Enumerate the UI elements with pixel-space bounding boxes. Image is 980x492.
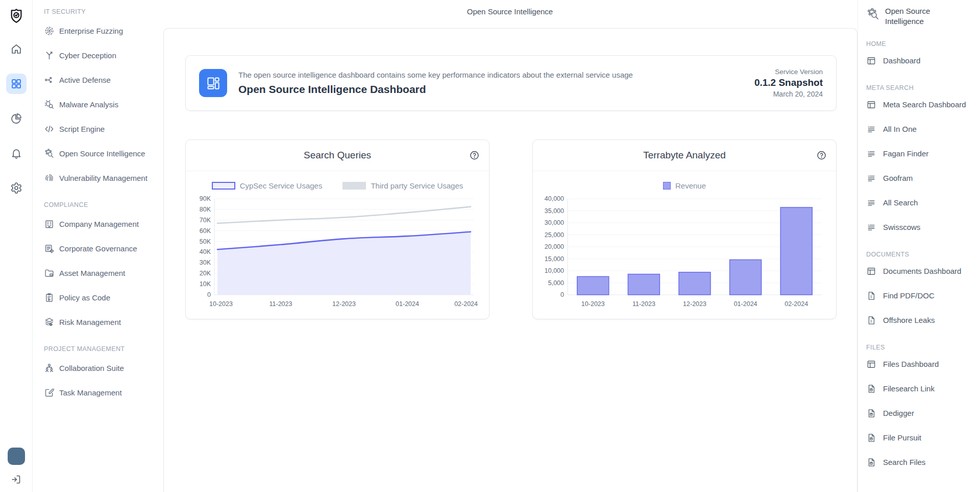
rs-item-label: Swisscows [883,223,920,231]
rs-section-title-home: HOME [866,40,976,48]
sidebar-item-asset-management[interactable]: Asset Management [44,261,157,285]
right-sidebar: Open Source Intelligence HOME Dashboard … [857,0,980,492]
sidebar-item-policy-as-code[interactable]: Policy as Code [44,285,157,310]
rs-section-title-documents: DOCUMENTS [866,251,976,258]
user-avatar[interactable] [8,448,25,465]
svg-text:12-2023: 12-2023 [332,300,356,308]
svg-text:50K: 50K [200,238,211,245]
app-logo-shield-check-icon[interactable] [8,7,25,25]
lines-icon [866,198,876,208]
rail-nav [6,39,27,213]
right-sidebar-title: Open Source Intelligence [885,6,946,27]
rs-item-label: Find PDF/DOC [883,291,935,300]
rs-item-files-dashboard[interactable]: Files Dashboard [866,352,976,377]
help-icon[interactable] [469,150,480,161]
rs-item-offshore-leaks[interactable]: Offshore Leaks [866,308,976,333]
rs-item-meta-search-dashboard[interactable]: Meta Search Dashboard [866,92,976,117]
section-title-compliance: COMPLIANCE [44,201,157,208]
osint-icon [44,148,55,159]
filebox-icon [866,384,876,394]
service-version-value: 0.1.2 Snapshot [754,77,823,88]
svg-text:0: 0 [560,291,564,298]
layers-icon [44,317,55,327]
page-title: Open Source Intelligence [162,7,857,19]
left-sidebar: IT SECURITY Enterprise Fuzzing Cyber Dec… [33,0,162,492]
rail-home[interactable] [6,39,27,59]
rs-item-label: File Pursuit [883,433,921,442]
svg-text:01-2024: 01-2024 [396,300,419,308]
terrabyte-analyzed-title: Terrabyte Analyzed [643,150,726,161]
sidebar-item-malware-analysis[interactable]: Malware Analysis [44,92,157,116]
filebox-icon [866,457,876,467]
sidebar-item-collaboration-suite[interactable]: Collaboration Suite [44,356,157,380]
legend-item-cypsec-service-usages[interactable]: CypSec Service Usages [212,181,323,190]
rail-settings[interactable] [6,178,27,198]
svg-text:20,000: 20,000 [545,243,564,250]
rs-item-file-pursuit[interactable]: File Pursuit [866,426,976,450]
sidebar-item-active-defense[interactable]: Active Defense [44,67,157,92]
rs-item-all-search[interactable]: All Search [866,191,976,215]
svg-text:40K: 40K [200,248,211,255]
svg-text:80K: 80K [200,206,211,213]
svg-text:25,000: 25,000 [545,231,564,239]
rs-item-all-in-one[interactable]: All In One [866,117,976,142]
sidebar-item-enterprise-fuzzing[interactable]: Enterprise Fuzzing [44,18,157,43]
sidebar-item-risk-management[interactable]: Risk Management [44,310,157,334]
rs-item-find-pdf-doc[interactable]: Find PDF/DOC [866,284,976,308]
rail-notifications[interactable] [6,143,27,163]
terrabyte-analyzed-card: Terrabyte Analyzed Revenue 05,00010,0001… [532,139,837,319]
bug-icon [44,99,55,110]
svg-text:30K: 30K [200,259,211,266]
sidebar-item-task-management[interactable]: Task Management [44,380,157,405]
search-queries-title: Search Queries [304,150,371,161]
listgear-icon [44,243,55,254]
rs-item-documents-dashboard[interactable]: Documents Dashboard [866,259,976,284]
rs-item-dashboard[interactable]: Dashboard [866,49,976,73]
help-icon[interactable] [816,150,827,161]
svg-text:02-2024: 02-2024 [454,300,478,308]
dashboard-layout-icon [199,69,227,97]
sidebar-item-label: Active Defense [59,76,111,84]
sidebar-item-company-management[interactable]: Company Management [44,212,157,236]
sidebar-item-cyber-deception[interactable]: Cyber Deception [44,43,157,67]
target-icon [44,26,55,36]
rs-item-label: Dashboard [883,56,920,65]
rs-section-title-meta-search: META SEARCH [866,84,976,91]
legend-item-revenue[interactable]: Revenue [663,181,706,190]
sidebar-item-label: Task Management [59,388,122,397]
sidebar-item-script-engine[interactable]: Script Engine [44,116,157,141]
lines-icon [866,124,876,134]
svg-text:12-2023: 12-2023 [683,300,706,308]
rs-item-search-files[interactable]: Search Files [866,450,976,475]
rs-item-goofram[interactable]: Goofram [866,166,976,191]
folder-icon [44,268,55,278]
svg-text:35,000: 35,000 [545,207,564,215]
svg-text:10-2023: 10-2023 [581,300,605,308]
main-card: The open source intelligence dashboard c… [163,28,857,492]
rs-section-title-files: FILES [866,344,976,351]
svg-text:40,000: 40,000 [545,195,564,202]
rail-dashboard[interactable] [6,74,27,94]
logout-icon[interactable] [11,474,21,485]
dashboard-info-card: The open source intelligence dashboard c… [185,55,837,111]
legend-item-third-party-service-usages[interactable]: Third party Service Usages [342,181,463,190]
rs-item-label: Filesearch Link [883,384,935,393]
sidebar-item-corporate-governance[interactable]: Corporate Governance [44,236,157,261]
window-icon [866,266,876,276]
rs-item-label: Dedigger [883,409,914,417]
svg-text:10,000: 10,000 [545,267,564,274]
sidebar-item-vulnerability-management[interactable]: Vulnerability Management [44,166,157,190]
rs-item-filesearch-link[interactable]: Filesearch Link [866,377,976,401]
search-queries-chart: 010K20K30K40K50K60K70K80K90K10-202311-20… [195,194,479,310]
terrabyte-analyzed-chart: 05,00010,00015,00020,00025,00030,00035,0… [542,194,826,310]
gear-icon [10,182,22,194]
rail-analytics[interactable] [6,108,27,129]
search-queries-legend: CypSec Service UsagesThird party Service… [195,178,480,193]
sidebar-item-open-source-intelligence[interactable]: Open Source Intelligence [44,141,157,166]
rs-item-dedigger[interactable]: Dedigger [866,401,976,426]
rs-item-swisscows[interactable]: Swisscows [866,215,976,240]
sidebar-item-label: Cyber Deception [59,51,116,60]
window-icon [866,359,876,369]
svg-text:90K: 90K [200,195,211,202]
rs-item-fagan-finder[interactable]: Fagan Finder [866,142,976,166]
